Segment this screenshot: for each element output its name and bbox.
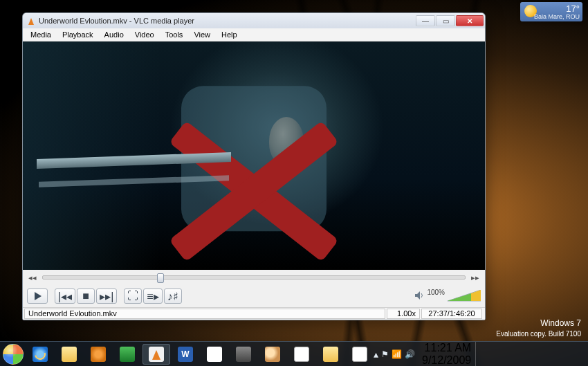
clock-date: 9/12/2009	[422, 354, 471, 367]
seek-thumb[interactable]	[157, 273, 164, 283]
speaker-icon	[414, 291, 424, 300]
menu-audio[interactable]: Audio	[99, 29, 129, 40]
taskbar-item-folder2[interactable]	[317, 344, 344, 365]
status-bar: Underworld Evloution.mkv 1.00x 27:37/1:4…	[23, 307, 485, 320]
system-tray: ▴ ⚑ 📶 🔊	[374, 349, 415, 360]
app-icon	[236, 347, 251, 362]
menu-bar: Media Playback Audio Video Tools View He…	[23, 28, 485, 42]
users-icon	[265, 347, 280, 362]
stop-icon: ■	[82, 290, 89, 302]
playlist-icon: ≡▸	[147, 290, 158, 303]
controls-row: |◂◂ ■ ▸▸| ⛶ ≡▸ ♪♯ 100%	[23, 285, 485, 307]
taskbar-item-notepad[interactable]	[201, 344, 228, 365]
tray-volume-icon[interactable]: 🔊	[405, 349, 415, 359]
taskbar-item-app[interactable]	[230, 344, 257, 365]
status-filename: Underworld Evloution.mkv	[24, 309, 385, 319]
equalizer-button[interactable]: ♪♯	[164, 289, 182, 304]
minimize-icon: ―	[422, 17, 429, 25]
show-desktop-button[interactable]	[475, 342, 482, 367]
maximize-button[interactable]: ▭	[436, 15, 455, 26]
weather-temperature: 17°	[566, 4, 580, 13]
playlist-button[interactable]: ≡▸	[143, 289, 162, 304]
menu-help[interactable]: Help	[216, 29, 243, 40]
taskbar-item-app2[interactable]	[346, 344, 374, 365]
wmp-icon	[91, 347, 106, 362]
video-area[interactable]	[23, 42, 485, 270]
menu-tools[interactable]: Tools	[160, 29, 189, 40]
volume-percent: 100%	[427, 289, 445, 296]
folder-icon	[62, 347, 77, 362]
close-button[interactable]: ✕	[456, 15, 484, 26]
seek-slider[interactable]	[42, 275, 466, 280]
title-bar[interactable]: Underworld Evloution.mkv - VLC media pla…	[23, 13, 485, 28]
next-button[interactable]: ▸▸|	[96, 289, 117, 304]
play-button[interactable]	[27, 289, 48, 304]
skip-forward-button[interactable]: ▸▸	[470, 273, 481, 282]
vlc-window: Underworld Evloution.mkv - VLC media pla…	[22, 12, 486, 320]
status-speed[interactable]: 1.00x	[387, 309, 420, 319]
vlc-cone-icon	[27, 17, 35, 25]
taskbar-item-mediacenter[interactable]	[113, 344, 141, 365]
status-time[interactable]: 27:37/1:46:20	[421, 309, 482, 319]
ie-icon	[33, 347, 48, 362]
menu-video[interactable]: Video	[129, 29, 160, 40]
branding-os: Windows 7	[496, 318, 581, 329]
menu-view[interactable]: View	[188, 29, 216, 40]
weather-location: Baia Mare, ROU	[534, 13, 580, 20]
tray-show-hidden[interactable]: ▴	[374, 349, 378, 360]
flag-icon	[352, 347, 367, 362]
taskbar-items: W	[26, 342, 374, 366]
taskbar-item-paint[interactable]	[288, 344, 315, 365]
clock-time: 11:21 AM	[422, 342, 471, 354]
taskbar-clock[interactable]: 11:21 AM 9/12/2009	[422, 342, 471, 366]
play-icon	[34, 292, 42, 300]
desktop-wallpaper: 17° Baia Mare, ROU Underworld Evloution.…	[0, 0, 588, 366]
desktop-branding: Windows 7 Evaluation copy. Build 7100	[496, 318, 581, 338]
watermark-x-icon	[174, 111, 333, 270]
window-title: Underworld Evloution.mkv - VLC media pla…	[39, 17, 194, 25]
mute-button[interactable]	[414, 291, 424, 302]
next-icon: ▸▸|	[100, 290, 113, 303]
fullscreen-button[interactable]: ⛶	[124, 289, 142, 304]
fullscreen-icon: ⛶	[127, 290, 138, 302]
folder-icon	[323, 347, 338, 362]
weather-gadget[interactable]: 17° Baia Mare, ROU	[520, 2, 582, 21]
paint-icon	[294, 347, 309, 362]
taskbar-item-users[interactable]	[259, 344, 286, 365]
volume-slider[interactable]	[448, 290, 481, 302]
stop-button[interactable]: ■	[77, 289, 95, 304]
taskbar-item-word[interactable]: W	[172, 344, 199, 365]
mediacenter-icon	[120, 347, 135, 362]
previous-button[interactable]: |◂◂	[55, 289, 75, 304]
svg-marker-1	[415, 291, 420, 300]
tray-network-icon[interactable]: 📶	[392, 349, 402, 359]
menu-playback[interactable]: Playback	[57, 29, 99, 40]
minimize-button[interactable]: ―	[416, 15, 435, 26]
taskbar-item-ie[interactable]	[26, 344, 54, 365]
seek-row: ◂◂ ▸▸	[23, 270, 485, 285]
menu-media[interactable]: Media	[25, 29, 57, 40]
equalizer-icon: ♪♯	[167, 290, 178, 303]
previous-icon: |◂◂	[58, 290, 72, 303]
notepad-icon	[207, 347, 222, 362]
vlc-icon	[149, 347, 164, 362]
svg-marker-0	[35, 292, 42, 300]
taskbar-item-explorer[interactable]	[55, 344, 83, 365]
word-icon: W	[178, 347, 193, 362]
tray-action-center-icon[interactable]: ⚑	[381, 349, 389, 359]
start-button[interactable]	[0, 342, 26, 367]
taskbar-item-wmp[interactable]	[84, 344, 112, 365]
volume-triangle-icon	[448, 290, 481, 302]
maximize-icon: ▭	[443, 17, 449, 25]
close-icon: ✕	[467, 17, 472, 25]
taskbar-item-vlc[interactable]	[143, 344, 170, 365]
taskbar: W ▴ ⚑ 📶 🔊 11:21 AM 9/12/2009	[0, 341, 588, 366]
windows-logo-icon	[3, 344, 24, 365]
branding-note: Evaluation copy. Build 7100	[496, 329, 581, 338]
skip-back-button[interactable]: ◂◂	[27, 273, 38, 282]
